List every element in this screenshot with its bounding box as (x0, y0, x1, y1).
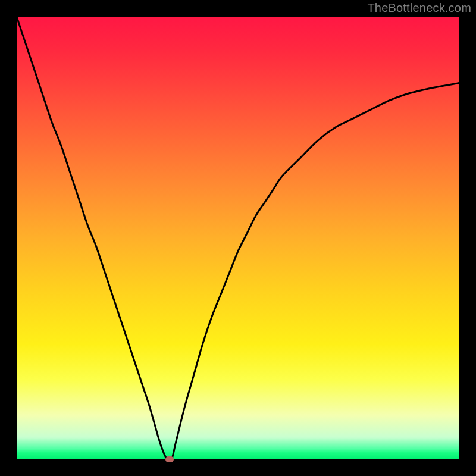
chart-frame: TheBottleneck.com (0, 0, 476, 476)
chart-plot-area (17, 17, 459, 459)
bottleneck-curve (17, 17, 459, 459)
optimal-point-marker (165, 456, 174, 462)
watermark-text: TheBottleneck.com (367, 1, 471, 15)
